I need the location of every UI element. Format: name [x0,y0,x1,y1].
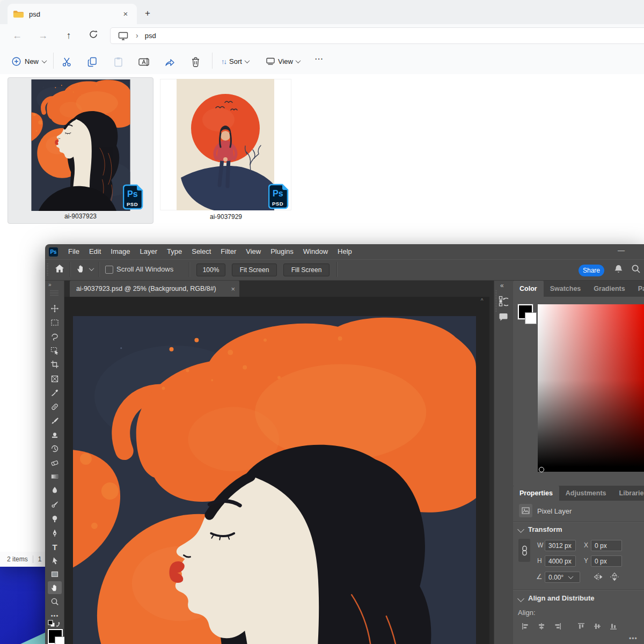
version-history-button[interactable] [499,296,508,309]
cut-button[interactable] [59,54,74,69]
gradient-tool[interactable] [48,470,62,483]
copy-button[interactable] [85,54,100,69]
align-left-edges-button[interactable] [519,621,531,632]
align-more-options[interactable]: ••• [629,635,638,642]
document-tab[interactable]: ai-9037923.psd @ 25% (Background, RGB/8#… [70,281,239,297]
object-selection-tool[interactable] [48,344,62,357]
brush-tool[interactable] [48,414,62,427]
x-field[interactable]: 0 px [591,540,622,551]
canvas-scroll-up[interactable]: ^ [478,298,486,305]
notifications-button[interactable] [614,264,623,276]
history-brush-tool[interactable] [48,442,62,455]
tab-swatches[interactable]: Swatches [544,281,588,297]
fit-screen-button[interactable]: Fit Screen [232,264,277,276]
background-color-swatch[interactable] [55,636,65,644]
tab-adjustments[interactable]: Adjustments [559,486,613,501]
lasso-tool[interactable] [48,330,62,343]
width-field[interactable]: 3012 px [545,540,576,551]
flip-vertical-button[interactable] [610,573,619,583]
hand-tool[interactable] [48,581,62,594]
menu-type[interactable]: Type [162,244,187,259]
menu-image[interactable]: Image [106,244,135,259]
rectangular-marquee-tool[interactable] [48,316,62,329]
menu-window[interactable]: Window [298,244,333,259]
tab-patterns[interactable]: Patterns [632,281,644,297]
frame-tool[interactable] [48,372,62,385]
eraser-tool[interactable] [48,456,62,469]
more-options-button[interactable]: ⋯ [314,54,323,64]
color-picker-field[interactable] [538,304,644,472]
menu-help[interactable]: Help [333,244,357,259]
height-field[interactable]: 4000 px [545,555,576,567]
link-dimensions-button[interactable] [518,539,530,562]
address-bar[interactable]: › psd [110,27,644,44]
angle-field[interactable]: 0.00° [545,572,580,583]
tab-libraries[interactable]: Libraries [613,486,644,501]
back-button[interactable]: ← [10,28,25,42]
hand-tool-preset[interactable] [76,264,93,274]
scroll-all-windows-checkbox[interactable] [105,266,113,274]
tab-properties[interactable]: Properties [513,486,559,501]
paste-button[interactable] [111,54,126,69]
align-vertical-centers-button[interactable] [591,621,603,632]
search-button[interactable] [631,264,641,276]
pen-tool[interactable] [48,526,62,539]
align-collapse[interactable] [518,596,523,601]
zoom-tool[interactable] [48,595,62,608]
menu-edit[interactable]: Edit [84,244,106,259]
tab-close-icon[interactable]: × [120,8,131,20]
rectangle-tool[interactable] [48,568,62,581]
explorer-tab[interactable]: psd × [8,4,137,24]
zoom-100-button[interactable]: 100% [196,264,225,276]
file-item-selected[interactable]: Ps PSD ai-9037923 [8,77,153,224]
menu-filter[interactable]: Filter [216,244,241,259]
type-tool[interactable]: T [48,540,62,553]
comments-button[interactable] [499,313,508,324]
clone-stamp-tool[interactable] [48,428,62,441]
menu-file[interactable]: File [63,244,84,259]
tab-color[interactable]: Color [513,281,544,297]
view-button[interactable]: View [262,54,304,69]
document-close-icon[interactable]: × [231,285,235,293]
dodge-tool[interactable] [48,513,62,525]
align-top-edges-button[interactable] [575,621,587,632]
smudge-tool[interactable] [48,498,62,511]
collapse-panels-icon[interactable]: « [500,282,503,289]
breadcrumb-path[interactable]: psd [145,32,156,40]
path-selection-tool[interactable] [48,554,62,567]
move-tool[interactable] [48,302,62,315]
menu-view[interactable]: View [241,244,266,259]
blur-tool[interactable] [48,484,62,496]
file-item[interactable]: Ps PSD ai-9037929 [159,77,293,224]
transform-collapse[interactable] [518,527,523,532]
sort-button[interactable]: ↑↓ Sort [217,54,253,69]
color-picker-cursor[interactable] [539,467,544,472]
flip-horizontal-button[interactable] [594,573,603,583]
align-right-edges-button[interactable] [552,621,564,632]
dock-expand-icon[interactable]: » [48,282,52,288]
align-bottom-edges-button[interactable] [608,621,619,632]
spot-healing-brush-tool[interactable] [48,400,62,413]
canvas-area[interactable] [64,297,489,644]
menu-layer[interactable]: Layer [135,244,163,259]
minimize-button[interactable]: — [618,246,625,254]
align-horizontal-centers-button[interactable] [536,621,547,632]
eyedropper-tool[interactable] [48,386,62,399]
refresh-button[interactable] [86,29,101,43]
home-button[interactable] [54,264,65,276]
fill-screen-button[interactable]: Fill Screen [283,264,330,276]
canvas-image[interactable] [73,316,476,644]
crop-tool[interactable] [48,358,62,371]
share-button[interactable] [162,54,177,69]
up-button[interactable]: ↑ [61,28,76,42]
delete-button[interactable] [188,54,203,69]
forward-button[interactable]: → [35,28,50,42]
y-field[interactable]: 0 px [591,555,622,567]
tab-gradients[interactable]: Gradients [587,281,631,297]
background-color-swatch[interactable] [525,312,537,324]
new-tab-button[interactable]: + [141,6,155,20]
rename-button[interactable] [136,54,151,69]
share-button[interactable]: Share [579,265,604,276]
new-button[interactable]: New [8,54,50,69]
menu-plugins[interactable]: Plugins [266,244,298,259]
